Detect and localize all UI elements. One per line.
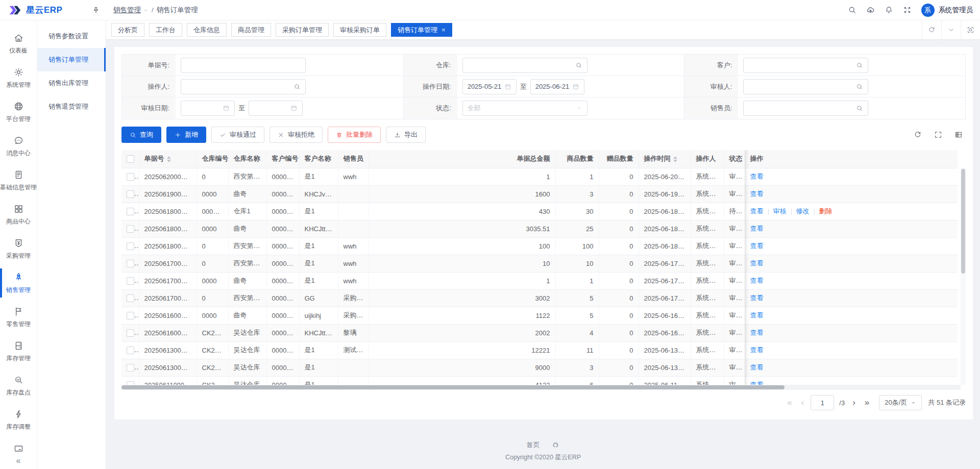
tab-goods-mgmt[interactable]: 商品管理 <box>231 23 271 37</box>
refresh-table-icon[interactable] <box>914 131 922 139</box>
search-icon[interactable] <box>856 62 863 69</box>
table-row[interactable]: 2025061600000000020000曲奇0000464278uijkih… <box>121 307 958 324</box>
action-view-link[interactable]: 查看 <box>750 207 764 215</box>
row-checkbox[interactable] <box>127 260 134 267</box>
status-select[interactable]: 全部 <box>462 101 587 116</box>
action-view-link[interactable]: 查看 <box>750 190 764 198</box>
row-checkbox[interactable] <box>127 190 134 198</box>
last-page-button[interactable]: » <box>860 398 874 408</box>
search-icon[interactable] <box>575 62 582 69</box>
table-row[interactable]: 2025062000000000010西安第一仓000005881是1wwh11… <box>121 168 958 185</box>
user-name[interactable]: 系统管理员 <box>939 6 973 15</box>
action-delete-link[interactable]: 删除 <box>819 207 832 215</box>
table-row[interactable]: 202506130000000002CK25050800...昊达仓库00000… <box>121 341 958 359</box>
sort-icon[interactable] <box>673 156 677 162</box>
row-checkbox[interactable] <box>127 225 134 233</box>
github-icon[interactable] <box>551 441 560 450</box>
pin-icon[interactable] <box>92 6 100 14</box>
horizontal-scrollbar-thumb[interactable] <box>121 385 785 389</box>
operate-date-to-input[interactable]: 2025-06-21 <box>530 79 584 94</box>
home-link[interactable]: 首页 <box>527 440 540 450</box>
tab-close-icon[interactable]: × <box>442 23 446 36</box>
table-row[interactable]: 202506160000000001CK25050800...昊达仓库00005… <box>121 324 958 341</box>
submenu-item-sale-returns[interactable]: 销售退货管理 <box>37 95 106 118</box>
sidebar-item-dashboard[interactable]: 仪表板 <box>0 27 37 61</box>
table-row[interactable]: 2025061800000000030000000000...仓库1000005… <box>121 203 958 220</box>
tab-warehouse-info[interactable]: 仓库信息 <box>187 23 227 37</box>
table-row[interactable]: 2025061700000000010西安第一仓00006533GG采购员阿力3… <box>121 289 958 307</box>
row-checkbox[interactable] <box>127 312 134 319</box>
column-header-doc-no[interactable]: 单据号 <box>139 150 197 168</box>
bell-icon[interactable] <box>885 6 893 14</box>
breadcrumb-parent[interactable]: 销售管理 <box>113 6 141 15</box>
action-view-link[interactable]: 查看 <box>750 172 764 180</box>
action-view-link[interactable]: 查看 <box>750 311 764 319</box>
prev-page-button[interactable]: ‹ <box>797 398 809 408</box>
page-size-select[interactable]: 20条/页 <box>879 395 922 410</box>
operator-input[interactable] <box>181 79 306 94</box>
tab-analysis[interactable]: 分析页 <box>111 23 144 37</box>
document-no-input[interactable] <box>181 58 306 73</box>
table-row[interactable]: 2025061800000000010西安第一仓000005881是1wwh10… <box>121 237 958 255</box>
submenu-item-sale-outbound[interactable]: 销售出库管理 <box>37 71 106 95</box>
expand-table-icon[interactable] <box>934 131 942 139</box>
app-logo-text[interactable]: 星云ERP <box>26 4 62 16</box>
action-audit-link[interactable]: 审核 <box>773 207 787 215</box>
search-icon[interactable] <box>856 105 863 112</box>
add-button[interactable]: 新增 <box>166 127 206 143</box>
action-view-link[interactable]: 查看 <box>750 259 764 267</box>
column-settings-icon[interactable] <box>954 131 963 139</box>
tab-workbench[interactable]: 工作台 <box>149 23 182 37</box>
sort-icon[interactable] <box>167 156 171 162</box>
auditor-input[interactable] <box>743 79 868 94</box>
action-view-link[interactable]: 查看 <box>750 277 764 284</box>
audit-date-from-input[interactable] <box>181 101 235 116</box>
query-button[interactable]: 查询 <box>121 127 161 143</box>
sidebar-item-stock-adjust[interactable]: 库存调整 <box>0 403 37 437</box>
approve-button[interactable]: 审核通过 <box>211 127 264 143</box>
select-all-checkbox[interactable] <box>127 155 134 163</box>
customer-input[interactable] <box>743 58 868 73</box>
avatar[interactable]: 系 <box>921 4 935 17</box>
table-row[interactable]: 2025061700000000020000曲奇000005881是1wwh11… <box>121 272 958 289</box>
salesperson-input[interactable] <box>743 101 868 116</box>
action-view-link[interactable]: 查看 <box>750 363 764 371</box>
sidebar-item-purchase[interactable]: 采购管理 <box>0 232 37 266</box>
batch-delete-button[interactable]: 批量删除 <box>328 127 381 143</box>
row-checkbox[interactable] <box>127 347 134 354</box>
sidebar-item-message-center[interactable]: 消息中心 <box>0 129 37 163</box>
row-checkbox[interactable] <box>127 329 134 337</box>
sidebar-collapse-button[interactable]: « <box>0 453 37 469</box>
action-view-link[interactable]: 查看 <box>750 329 764 336</box>
row-checkbox[interactable] <box>127 277 134 285</box>
action-view-link[interactable]: 查看 <box>750 242 764 250</box>
action-edit-link[interactable]: 修改 <box>796 207 810 215</box>
next-page-button[interactable]: › <box>848 398 860 408</box>
row-checkbox[interactable] <box>127 364 134 372</box>
sidebar-item-base-info[interactable]: 基础信息管理 <box>0 163 37 198</box>
app-logo-icon[interactable] <box>8 4 21 17</box>
audit-date-to-input[interactable] <box>249 101 303 116</box>
chevron-down-icon[interactable] <box>941 20 961 39</box>
action-view-link[interactable]: 查看 <box>750 294 764 302</box>
vertical-scrollbar-thumb[interactable] <box>961 169 965 274</box>
submenu-item-sale-params[interactable]: 销售参数设置 <box>37 24 106 48</box>
sidebar-item-stocktake[interactable]: 库存盘点 <box>0 368 37 403</box>
action-view-link[interactable]: 查看 <box>750 225 764 232</box>
table-row[interactable]: 2025061900000000010000曲奇0000532678KHCJvv… <box>121 185 958 203</box>
tab-purchase-orders[interactable]: 采购订单管理 <box>276 23 329 37</box>
export-button[interactable]: 导出 <box>386 127 426 143</box>
sidebar-item-retail[interactable]: 零售管理 <box>0 300 37 334</box>
sidebar-item-sales[interactable]: 销售管理 <box>0 266 37 300</box>
page-number-input[interactable]: 1 <box>811 395 834 410</box>
table-row[interactable]: 202506130000000001CK25050800...昊达仓库00000… <box>121 359 958 376</box>
table-row[interactable]: 2025061800000000020000曲奇0000504278KHCJtt… <box>121 220 958 237</box>
sidebar-item-platform[interactable]: 平台管理 <box>0 95 37 129</box>
sidebar-item-stock[interactable]: 库存管理 <box>0 334 37 368</box>
row-checkbox[interactable] <box>127 173 134 181</box>
sidebar-item-goods-center[interactable]: 商品中心 <box>0 198 37 232</box>
sidebar-item-system[interactable]: 系统管理 <box>0 61 37 95</box>
submenu-item-sale-orders[interactable]: 销售订单管理 <box>37 48 106 71</box>
row-checkbox[interactable] <box>127 242 134 250</box>
operate-date-from-input[interactable]: 2025-05-21 <box>462 79 517 94</box>
